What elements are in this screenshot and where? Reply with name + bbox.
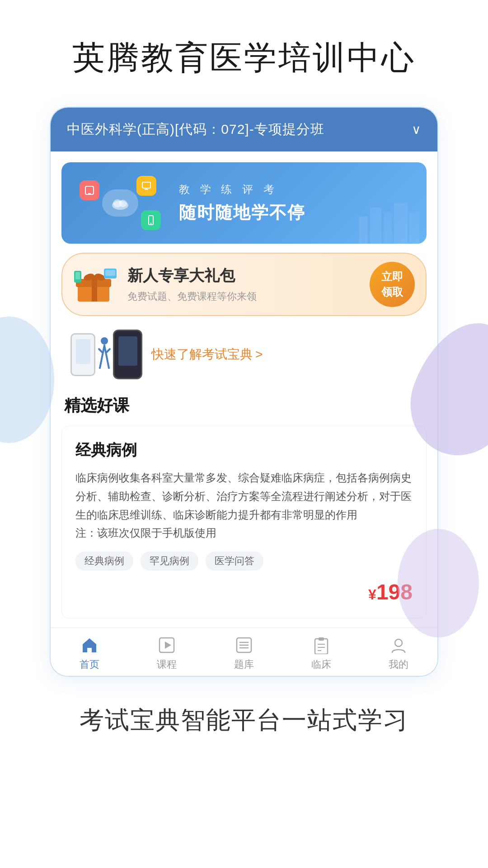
gift-subtitle: 免费试题、免费课程等你来领 — [127, 290, 370, 303]
course-price: ¥198 — [75, 580, 413, 604]
svg-rect-8 — [359, 217, 368, 244]
gift-claim-button[interactable]: 立即 领取 — [370, 262, 415, 307]
nav-profile[interactable]: 我的 — [360, 635, 437, 671]
gift-title: 新人专享大礼包 — [127, 265, 370, 286]
banner-illustration — [61, 162, 179, 244]
svg-marker-24 — [165, 642, 171, 649]
tablet-icon — [80, 180, 99, 200]
nav-questions-label: 题库 — [234, 658, 254, 671]
svg-rect-15 — [92, 275, 97, 302]
svg-point-2 — [119, 200, 127, 207]
svg-rect-29 — [315, 639, 328, 654]
nav-profile-label: 我的 — [389, 658, 408, 671]
gift-banner[interactable]: 新人专享大礼包 免费试题、免费课程等你来领 立即 领取 — [61, 253, 427, 316]
svg-rect-12 — [409, 212, 419, 244]
home-icon — [79, 635, 100, 655]
nav-questions[interactable]: 题库 — [205, 635, 282, 671]
exam-promo-arrow-icon: > — [255, 347, 263, 362]
svg-rect-10 — [384, 212, 392, 244]
svg-rect-5 — [142, 182, 150, 188]
course-selector-label: 中医外科学(正高)[代码：072]-专项提分班 — [67, 120, 324, 139]
banner: 教 学 练 评 考 随时随地学不停 — [61, 162, 427, 244]
nav-home[interactable]: 首页 — [51, 635, 128, 671]
svg-rect-21 — [75, 272, 80, 279]
exam-promo-area[interactable]: 快速了解考试宝典 > — [61, 325, 427, 384]
course-card-title: 经典病例 — [75, 440, 413, 461]
svg-rect-9 — [370, 208, 381, 244]
selected-courses-title: 精选好课 — [51, 395, 437, 426]
svg-point-7 — [150, 223, 152, 224]
bottom-tagline: 考试宝典智能平台一站式学习 — [61, 677, 427, 773]
course-tags: 经典病例 罕见病例 医学问答 — [75, 552, 413, 571]
phone-card: 中医外科学(正高)[代码：072]-专项提分班 ∨ — [50, 107, 438, 677]
chevron-down-icon: ∨ — [412, 122, 421, 137]
nav-clinical-label: 临床 — [311, 658, 331, 671]
list-icon — [233, 635, 255, 655]
device-icon — [141, 210, 161, 230]
bottom-nav: 首页 课程 — [51, 627, 437, 676]
play-icon — [156, 635, 178, 655]
course-tag-1: 经典病例 — [75, 552, 133, 571]
svg-point-34 — [395, 639, 402, 646]
nav-clinical[interactable]: 临床 — [283, 635, 360, 671]
course-tag-3: 医学问答 — [206, 552, 263, 571]
nav-home-label: 首页 — [80, 658, 99, 671]
svg-rect-30 — [319, 637, 324, 641]
svg-rect-19 — [105, 270, 115, 276]
svg-rect-4 — [88, 193, 91, 194]
svg-point-22 — [101, 337, 108, 344]
monitor-icon — [136, 176, 156, 196]
city-decoration — [354, 189, 427, 244]
course-tag-2: 罕见病例 — [141, 552, 198, 571]
course-card[interactable]: 经典病例 临床病例收集各科室大量常多发、综合疑难临床病症，包括各病例病史分析、辅… — [61, 426, 427, 618]
cloud-icon — [102, 189, 138, 217]
exam-phones-illustration — [70, 330, 142, 379]
app-title: 英腾教育医学培训中心 — [54, 0, 434, 107]
user-icon — [388, 635, 409, 655]
clipboard-icon — [310, 635, 332, 655]
nav-courses[interactable]: 课程 — [128, 635, 205, 671]
nav-courses-label: 课程 — [157, 658, 177, 671]
course-selector[interactable]: 中医外科学(正高)[代码：072]-专项提分班 ∨ — [51, 108, 437, 151]
svg-rect-11 — [394, 203, 408, 244]
gift-illustration — [73, 266, 118, 302]
course-card-description: 临床病例收集各科室大量常多发、综合疑难临床病症，包括各病例病史分析、辅助检查、诊… — [75, 469, 413, 542]
gift-text: 新人专享大礼包 免费试题、免费课程等你来领 — [127, 265, 370, 303]
exam-promo-text: 快速了解考试宝典 — [151, 346, 253, 363]
